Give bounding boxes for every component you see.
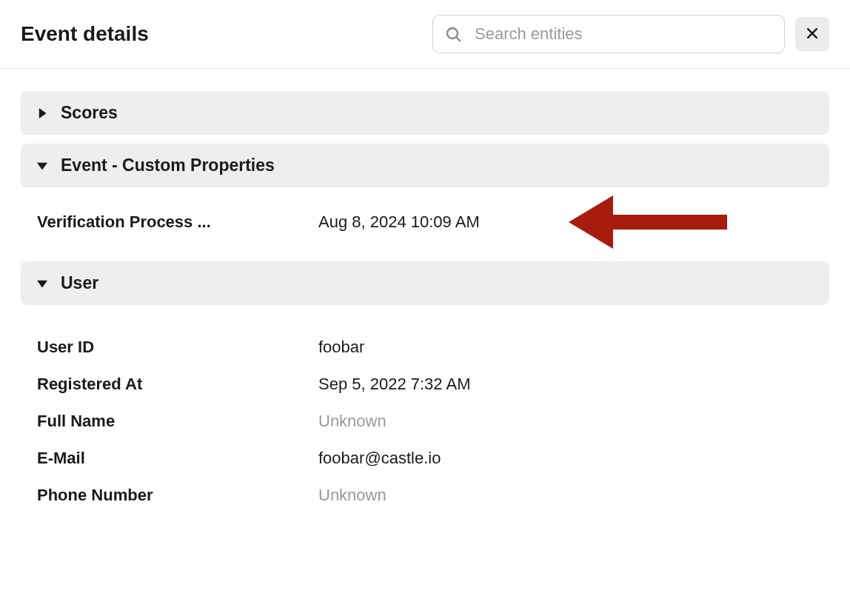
caret-down-icon [37, 278, 47, 289]
section-header-scores[interactable]: Scores [21, 91, 829, 135]
user-value: Unknown [318, 486, 386, 505]
svg-marker-6 [37, 280, 47, 287]
arrow-head-icon [569, 195, 613, 249]
user-label: Phone Number [37, 486, 318, 505]
search-icon [444, 25, 462, 43]
caret-down-icon [37, 161, 47, 171]
user-row-registered-at: Registered At Sep 5, 2022 7:32 AM [21, 366, 829, 403]
section-title-scores: Scores [61, 103, 118, 123]
user-row-email: E-Mail foobar@castle.io [21, 440, 829, 477]
section-header-custom-props[interactable]: Event - Custom Properties [21, 144, 829, 187]
user-row-full-name: Full Name Unknown [21, 403, 829, 440]
svg-marker-5 [37, 162, 47, 170]
section-title-user: User [61, 273, 98, 293]
content: Scores Event - Custom Properties Verific… [0, 69, 850, 535]
header: Event details [0, 0, 850, 69]
section-body-custom-props: Verification Process ... Aug 8, 2024 10:… [21, 196, 829, 261]
user-value: foobar@castle.io [318, 449, 441, 468]
arrow-annotation [569, 195, 727, 249]
user-label: Full Name [37, 412, 318, 431]
property-label: Verification Process ... [37, 212, 318, 232]
section-body-user: User ID foobar Registered At Sep 5, 2022… [21, 314, 829, 535]
header-right [432, 15, 829, 53]
user-value: foobar [318, 338, 364, 357]
user-value: Sep 5, 2022 7:32 AM [318, 375, 471, 394]
property-value: Aug 8, 2024 10:09 AM [318, 212, 480, 232]
section-header-user[interactable]: User [21, 261, 829, 305]
user-label: Registered At [37, 375, 318, 394]
property-row: Verification Process ... Aug 8, 2024 10:… [21, 204, 829, 241]
svg-line-1 [456, 37, 460, 41]
arrow-stem [613, 215, 727, 230]
close-button[interactable] [795, 17, 829, 51]
search-wrap [432, 15, 785, 53]
user-row-user-id: User ID foobar [21, 329, 829, 366]
section-title-custom-props: Event - Custom Properties [61, 155, 275, 175]
close-icon [805, 26, 820, 43]
caret-right-icon [37, 108, 47, 118]
user-row-phone: Phone Number Unknown [21, 477, 829, 514]
user-value: Unknown [318, 412, 386, 431]
user-label: E-Mail [37, 449, 318, 468]
page-title: Event details [21, 22, 149, 46]
user-label: User ID [37, 338, 318, 357]
svg-marker-4 [39, 108, 47, 118]
search-input[interactable] [432, 15, 785, 53]
